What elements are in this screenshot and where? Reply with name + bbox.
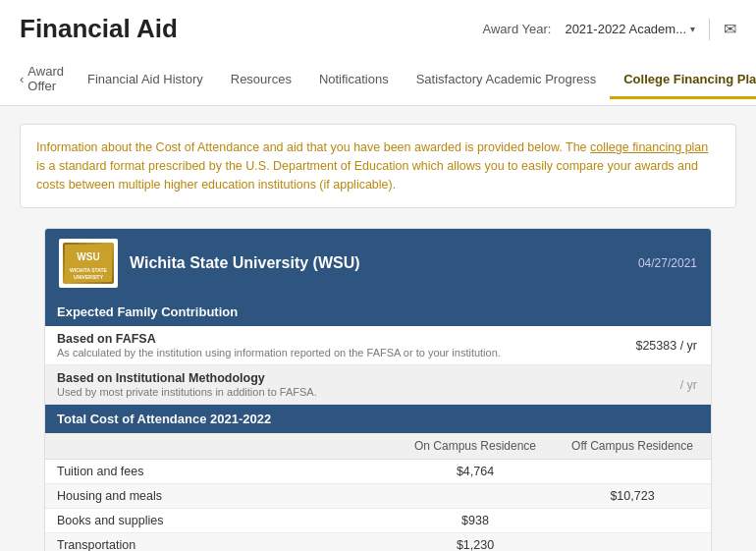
main-content: Information about the Cost of Attendance… [0, 106, 756, 551]
cost-header-spacer [45, 433, 397, 459]
svg-text:WSU: WSU [77, 251, 99, 262]
cost-header-row: On Campus Residence Off Campus Residence [45, 433, 711, 460]
cost-row-books: Books and supplies $938 [45, 509, 711, 533]
main-nav: ‹ Award Offer Financial Aid History Reso… [20, 54, 736, 105]
college-header-left: WSU WICHITA STATE UNIVERSITY Wichita Sta… [59, 239, 360, 288]
cost-row-books-val1: $938 [397, 509, 554, 532]
sidebar-item-notifications[interactable]: Notifications [305, 62, 403, 99]
back-chevron-icon: ‹ [20, 72, 24, 86]
cost-col1-header: On Campus Residence [397, 433, 554, 459]
cost-row-tuition-label: Tuition and fees [45, 460, 397, 483]
mail-icon[interactable]: ✉ [724, 20, 736, 38]
efc-institutional-value: / yr [593, 365, 711, 404]
cost-row-housing-val1 [397, 484, 554, 508]
info-text-part1: Information about the Cost of Attendance… [36, 140, 708, 192]
cost-row-tuition-val1: $4,764 [397, 460, 554, 483]
cost-row-transportation: Transportation $1,230 [45, 533, 711, 551]
efc-fafsa-sub-label: As calculated by the institution using i… [57, 347, 581, 358]
sidebar-item-satisfactory-academic-progress[interactable]: Satisfactory Academic Progress [403, 62, 611, 99]
college-header: WSU WICHITA STATE UNIVERSITY Wichita Sta… [45, 229, 711, 298]
cost-row-tuition-val2 [554, 460, 711, 483]
svg-text:UNIVERSITY: UNIVERSITY [74, 274, 104, 280]
cost-row-housing: Housing and meals $10,723 [45, 484, 711, 509]
award-year-dropdown[interactable]: 2021-2022 Academ... ▾ [565, 22, 695, 36]
college-card: WSU WICHITA STATE UNIVERSITY Wichita Sta… [44, 228, 712, 551]
cost-row-transportation-val1: $1,230 [397, 533, 554, 551]
sidebar-item-financial-aid-history[interactable]: Financial Aid History [74, 62, 217, 99]
chevron-down-icon: ▾ [690, 24, 695, 34]
cost-row-housing-label: Housing and meals [45, 484, 397, 508]
nav-back-label: Award Offer [27, 64, 64, 93]
efc-fafsa-label: Based on FAFSA As calculated by the inst… [45, 326, 593, 364]
cost-row-books-label: Books and supplies [45, 509, 397, 532]
efc-institutional-sub-label: Used by most private institutions in add… [57, 386, 581, 398]
header-top: Financial Aid Award Year: 2021-2022 Acad… [20, 14, 736, 44]
efc-fafsa-value: $25383 / yr [593, 326, 711, 364]
info-box: Information about the Cost of Attendance… [20, 124, 736, 208]
header-right: Award Year: 2021-2022 Academ... ▾ ✉ [483, 19, 736, 40]
college-name: Wichita State University (WSU) [130, 254, 360, 272]
sidebar-item-resources[interactable]: Resources [217, 62, 305, 99]
cost-col2-header: Off Campus Residence [554, 433, 711, 459]
cost-row-transportation-label: Transportation [45, 533, 397, 551]
page-header: Financial Aid Award Year: 2021-2022 Acad… [0, 0, 756, 106]
efc-section-header: Expected Family Contribution [45, 298, 711, 326]
svg-text:WICHITA STATE: WICHITA STATE [70, 267, 108, 273]
efc-institutional-main-label: Based on Institutional Methodology [57, 371, 581, 385]
page-title: Financial Aid [20, 14, 178, 44]
header-divider [709, 19, 710, 40]
award-year-value: 2021-2022 Academ... [565, 22, 686, 36]
cost-section-header: Total Cost of Attendance 2021-2022 [45, 405, 711, 433]
college-logo: WSU WICHITA STATE UNIVERSITY [59, 239, 118, 288]
college-date: 04/27/2021 [638, 256, 697, 270]
efc-row-fafsa: Based on FAFSA As calculated by the inst… [45, 326, 711, 365]
award-year-label: Award Year: [483, 22, 552, 36]
efc-institutional-label: Based on Institutional Methodology Used … [45, 365, 593, 404]
cost-row-books-val2 [554, 509, 711, 532]
efc-fafsa-main-label: Based on FAFSA [57, 332, 581, 346]
cost-row-tuition: Tuition and fees $4,764 [45, 460, 711, 484]
cost-row-transportation-val2 [554, 533, 711, 551]
nav-back-button[interactable]: ‹ Award Offer [20, 54, 74, 106]
cost-row-housing-val2: $10,723 [554, 484, 711, 508]
sidebar-item-college-financing-plan[interactable]: College Financing Plan [610, 62, 756, 99]
college-logo-inner: WSU WICHITA STATE UNIVERSITY [63, 243, 114, 284]
info-text: Information about the Cost of Attendance… [36, 140, 708, 192]
efc-row-institutional: Based on Institutional Methodology Used … [45, 365, 711, 405]
